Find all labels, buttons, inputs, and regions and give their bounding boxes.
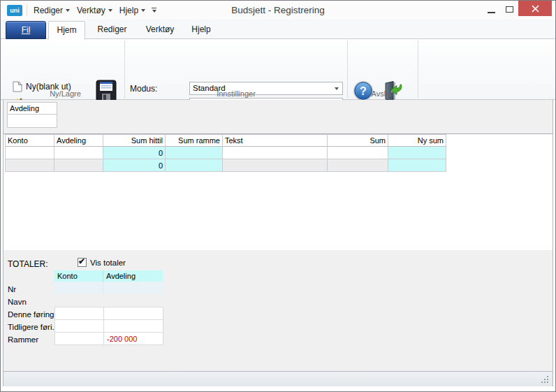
- tab-hjelp[interactable]: Hjelp: [184, 21, 218, 39]
- totaler-label: TOTALER:: [8, 259, 48, 269]
- close-icon: [532, 5, 539, 13]
- totals-panel: TOTALER: Vis totaler Konto Avdeling Nr N…: [3, 250, 553, 371]
- cell-sum-ramme[interactable]: [166, 159, 223, 172]
- col-header-ny-sum[interactable]: Ny sum: [388, 135, 446, 147]
- maximize-button[interactable]: [501, 1, 518, 16]
- close-button[interactable]: [518, 1, 552, 16]
- group-label-innstillinger: Innstillinger: [125, 89, 347, 98]
- cell-ny-sum[interactable]: [388, 147, 446, 159]
- tab-verktoy[interactable]: Verktøy: [140, 21, 180, 39]
- app-window: uni Rediger Verktøy Hjelp Budsjett - Reg…: [0, 0, 556, 392]
- tab-hjem[interactable]: Hjem: [48, 21, 85, 40]
- tab-rediger[interactable]: Rediger: [90, 21, 134, 39]
- group-separator: [418, 41, 418, 98]
- cell-sum-hittil[interactable]: 0: [103, 159, 166, 172]
- filter-panel: Avdeling: [3, 100, 553, 134]
- totals-rammer-value: -200 000: [104, 333, 163, 345]
- maximize-icon: [506, 6, 513, 13]
- totals-col-header-konto: Konto: [54, 270, 103, 282]
- title-bar: uni Rediger Verktøy Hjelp Budsjett - Reg…: [1, 1, 555, 20]
- totals-col-header-avdeling: Avdeling: [103, 270, 163, 282]
- ribbon: Ny(blank ut) Generer budsjett Lagre: [1, 39, 555, 100]
- totals-cell: [104, 307, 163, 320]
- cell-konto[interactable]: [6, 147, 54, 159]
- status-bar: [3, 371, 553, 386]
- budget-grid-area: Konto Avdeling Sum hittil Sum ramme Teks…: [3, 134, 553, 250]
- resize-grip-dots: [541, 376, 543, 377]
- row-label-navn: Navn: [8, 296, 27, 308]
- avdeling-filter-header: Avdeling: [7, 102, 57, 115]
- row-label-rammer: Rammer: [8, 333, 38, 346]
- cell-konto[interactable]: [6, 159, 54, 172]
- group-label-ny-lagre: Ny/Lagre: [6, 89, 124, 98]
- minimize-icon: [488, 12, 495, 13]
- totals-cell: [55, 320, 104, 333]
- client-area: Avdeling Konto Avdeling Sum hittil Sum r…: [3, 100, 553, 386]
- group-label-avslutt: Avslutt: [348, 89, 418, 98]
- col-header-sum-ramme[interactable]: Sum ramme: [166, 135, 223, 147]
- avdeling-filter-input[interactable]: [7, 114, 57, 128]
- cell-sum-hittil[interactable]: 0: [103, 147, 166, 159]
- totals-grid: -200 000: [54, 307, 163, 345]
- totals-nr-konto-cell: [54, 282, 103, 294]
- vis-totaler-checkbox[interactable]: [78, 258, 87, 267]
- budget-grid: Konto Avdeling Sum hittil Sum ramme Teks…: [5, 134, 446, 172]
- vis-totaler-label[interactable]: Vis totaler: [90, 259, 126, 267]
- col-header-konto[interactable]: Konto: [6, 135, 54, 147]
- cell-ny-sum[interactable]: [388, 159, 446, 172]
- cell-avdeling[interactable]: [54, 147, 103, 159]
- cell-avdeling[interactable]: [54, 159, 103, 172]
- totals-cell: [55, 333, 104, 345]
- totals-row-rammer: -200 000: [55, 333, 163, 345]
- cell-sum-ramme[interactable]: [166, 147, 223, 159]
- cell-tekst[interactable]: [223, 147, 328, 159]
- resize-grip[interactable]: [541, 376, 549, 384]
- row-label-tidligere-foring: Tidligere føri...: [8, 321, 59, 333]
- minimize-button[interactable]: [482, 1, 501, 16]
- budget-row: 0: [6, 159, 446, 172]
- col-header-avdeling[interactable]: Avdeling: [54, 135, 103, 147]
- tab-fil[interactable]: Fil: [6, 21, 46, 39]
- cell-sum[interactable]: [328, 147, 388, 159]
- totals-cell: [55, 307, 104, 320]
- cell-sum[interactable]: [328, 159, 388, 172]
- col-header-tekst[interactable]: Tekst: [223, 135, 328, 147]
- cell-tekst[interactable]: [223, 159, 328, 172]
- row-label-nr: Nr: [8, 283, 16, 296]
- col-header-sum[interactable]: Sum: [328, 135, 388, 147]
- row-label-denne-foring: Denne føring:: [8, 308, 57, 321]
- budget-grid-header-row: Konto Avdeling Sum hittil Sum ramme Teks…: [6, 135, 446, 147]
- totals-cell: [104, 320, 163, 333]
- totals-row-tidligere: [55, 320, 163, 333]
- totals-row-denne-foring: [55, 307, 163, 320]
- col-header-sum-hittil[interactable]: Sum hittil: [103, 135, 166, 147]
- totals-nr-avdeling-cell: [103, 282, 163, 294]
- ribbon-tab-strip: Fil Hjem Rediger Verktøy Hjelp: [1, 20, 555, 39]
- budget-row: 0: [6, 147, 446, 159]
- window-title: Budsjett - Registrering: [1, 5, 555, 15]
